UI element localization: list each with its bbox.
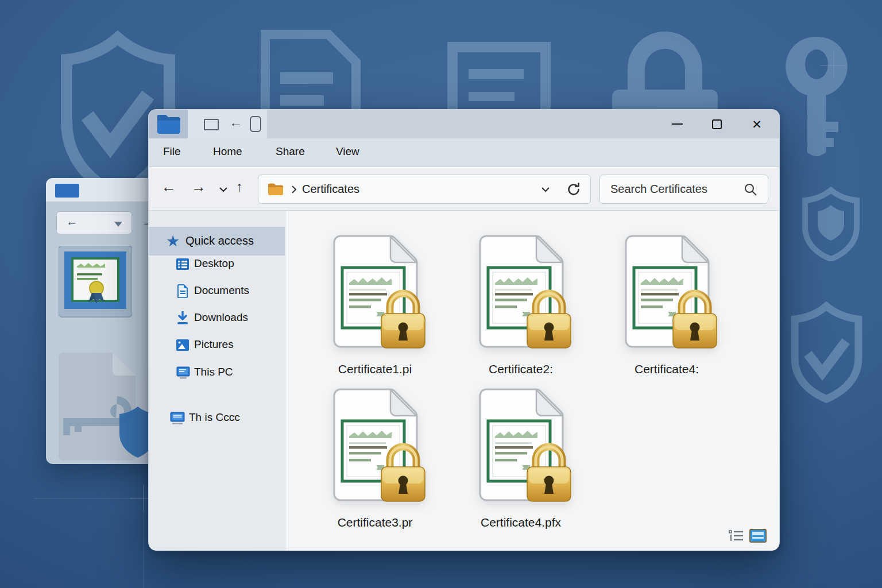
- sidebar-section-this-pc[interactable]: Th is Cccc: [149, 405, 285, 432]
- sidebar-item-documents[interactable]: Documents: [149, 278, 285, 305]
- sidebar-item-label: This PC: [194, 366, 233, 378]
- maximize-icon: [712, 119, 722, 129]
- menu-home[interactable]: Home: [213, 145, 242, 158]
- key-shield-document-icon: [53, 349, 155, 464]
- menu-share[interactable]: Share: [276, 145, 305, 158]
- sidebar-item-pictures[interactable]: Pictures: [149, 332, 285, 359]
- minimize-icon: [672, 123, 683, 125]
- computer-icon: [169, 411, 185, 425]
- certificate-file-icon: [323, 385, 427, 508]
- folder-icon: [156, 115, 180, 134]
- breadcrumb-chevron-icon: [291, 185, 296, 194]
- sidebar: ★ Quick access Desktop: [149, 211, 285, 551]
- sidebar-item-label: Downloads: [194, 311, 248, 324]
- square-icon: [204, 119, 219, 130]
- sidebar-item-desktop[interactable]: Desktop: [149, 251, 285, 278]
- document-icon: [176, 284, 189, 298]
- breadcrumb[interactable]: Certificates: [302, 183, 359, 196]
- search-input[interactable]: Search Certificates: [610, 183, 744, 196]
- certificate-file-icon: [469, 231, 572, 354]
- navigation-toolbar: ← → ↑ Certificates Search Cer: [149, 168, 779, 211]
- sidebar-section-label: Th is Cccc: [189, 411, 240, 424]
- search-icon: [744, 183, 757, 196]
- file-name: Certificate1.pi: [312, 362, 438, 376]
- folder-icon: [55, 184, 79, 198]
- shield-check-icon: [788, 301, 865, 411]
- details-view-button[interactable]: [729, 529, 744, 542]
- close-button[interactable]: ✕: [741, 110, 773, 138]
- content-area: ★ Quick access Desktop: [149, 211, 779, 551]
- refresh-icon[interactable]: [566, 182, 581, 197]
- pictures-icon: [176, 338, 189, 352]
- close-icon: ✕: [752, 118, 762, 130]
- up-button[interactable]: ↑: [236, 179, 243, 195]
- certificate-file-icon: [469, 385, 572, 508]
- file-certificate4-pfx[interactable]: Certificate4.pfx: [458, 385, 584, 529]
- star-icon: ★: [166, 232, 180, 250]
- menu-file[interactable]: File: [163, 145, 181, 158]
- titlebar[interactable]: ← ✕: [149, 110, 779, 138]
- icons-view-button[interactable]: [749, 529, 767, 543]
- search-box[interactable]: Search Certificates: [599, 175, 768, 204]
- forward-button[interactable]: →: [191, 178, 206, 196]
- titlebar-tab[interactable]: ←: [188, 110, 267, 138]
- certificate-file-icon: [615, 231, 718, 354]
- menu-view[interactable]: View: [336, 145, 359, 158]
- menu-bar: File Home Share View: [149, 138, 779, 167]
- minimize-button[interactable]: [661, 110, 693, 138]
- file-grid: Certificate1.pi Certificate2: Certificat…: [285, 211, 779, 551]
- back-button[interactable]: ←: [161, 178, 176, 196]
- view-toggles: [729, 529, 767, 543]
- certificate-file-icon: [323, 231, 427, 354]
- file-certificate2[interactable]: Certificate2:: [458, 231, 584, 376]
- recent-locations-chevron-icon[interactable]: [219, 187, 228, 192]
- shield-badge-icon: [799, 187, 862, 261]
- file-certificate1[interactable]: Certificate1.pi: [312, 231, 438, 376]
- sidebar-item-label: Pictures: [194, 338, 234, 351]
- file-certificate3[interactable]: Certificate3.pr: [312, 385, 438, 529]
- file-name: Certificate3.pr: [312, 516, 438, 529]
- file-name: Certificate4:: [604, 362, 730, 376]
- download-icon: [176, 311, 189, 325]
- left-arrow-icon: ←: [229, 115, 242, 130]
- file-explorer-window: ← ✕ File Home Share View ← → ↑ Certifica…: [148, 109, 780, 550]
- desktop-icon: [176, 257, 189, 271]
- file-name: Certificate4.pfx: [458, 516, 584, 529]
- file-name: Certificate2:: [458, 362, 584, 376]
- background-window-nav: ←: [56, 211, 132, 234]
- folder-icon: [268, 183, 284, 196]
- computer-icon: [176, 366, 191, 380]
- sidebar-item-label: Desktop: [194, 257, 234, 270]
- file-certificate4[interactable]: Certificate4:: [604, 231, 730, 376]
- titlebar-folder-tab: [149, 110, 188, 138]
- sidebar-item-label: Documents: [194, 284, 249, 297]
- dropdown-triangle-icon: [114, 222, 122, 227]
- sidebar-item-downloads[interactable]: Downloads: [149, 305, 285, 332]
- address-bar[interactable]: Certificates: [258, 175, 591, 204]
- key-icon: [786, 36, 848, 156]
- maximize-button[interactable]: [701, 110, 733, 138]
- address-dropdown-chevron-icon[interactable]: [541, 187, 550, 192]
- back-arrow-icon: ←: [66, 215, 78, 229]
- sidebar-item-this-pc[interactable]: This PC: [149, 359, 285, 386]
- certificate-thumbnail-icon: [59, 246, 132, 322]
- sidebar-item-label: Quick access: [185, 234, 254, 247]
- rounded-rect-icon: [250, 116, 261, 132]
